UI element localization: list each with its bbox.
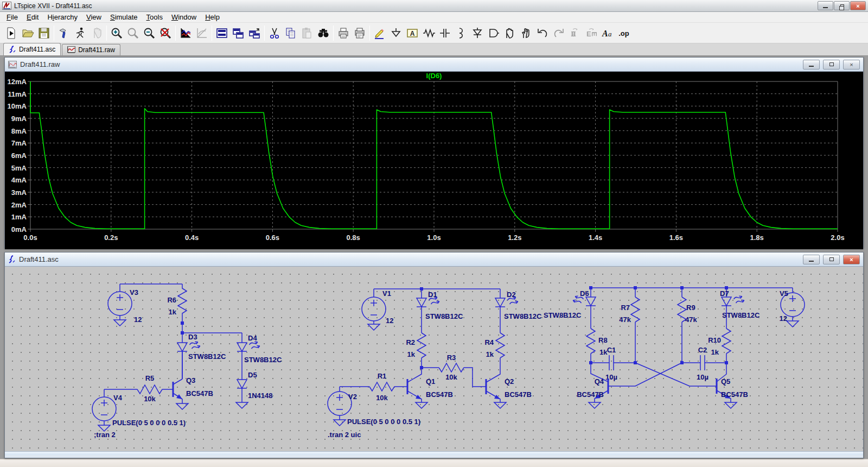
x-tick-label: 0.8s [347, 234, 360, 242]
voltage-source-V3[interactable] [108, 292, 132, 315]
net-label-button[interactable]: A [404, 25, 420, 41]
diode-D1[interactable] [417, 298, 426, 307]
schematic-window-titlebar[interactable]: Draft411.asc × [5, 253, 863, 267]
maximize-icon [829, 257, 834, 261]
diode-button[interactable] [469, 25, 486, 41]
schematic-canvas-area[interactable]: V3 12 R6 1k D3 STW8B12C [5, 267, 863, 451]
close-icon: × [856, 3, 859, 9]
move-button[interactable] [502, 25, 518, 41]
capacitor-C1[interactable] [609, 355, 614, 370]
drag-icon [520, 27, 533, 40]
x-tick-label: 1.6s [669, 234, 683, 242]
sch-minimize-button[interactable] [803, 255, 820, 264]
save-button[interactable] [36, 25, 52, 41]
drag-button[interactable] [518, 25, 534, 41]
tile-vertical-button[interactable] [230, 25, 246, 41]
zoom-out-button[interactable] [141, 25, 157, 41]
tab-draft411-asc[interactable]: Draft411.asc [3, 43, 61, 55]
component-button[interactable] [486, 25, 502, 41]
resistor-R7[interactable] [631, 297, 640, 322]
run-button[interactable] [72, 25, 88, 41]
cut-button[interactable] [266, 25, 283, 41]
resistor-R6[interactable] [178, 284, 187, 323]
wave-close-button[interactable]: × [843, 60, 860, 70]
value-C1: 10µ [605, 373, 617, 381]
tab-label: Draft411.raw [78, 46, 115, 54]
voltage-source-V4[interactable] [92, 397, 116, 421]
sch-close-button[interactable]: × [843, 255, 860, 264]
schematic-canvas[interactable]: V3 12 R6 1k D3 STW8B12C [5, 267, 862, 450]
tile-horizontal-button[interactable] [214, 25, 230, 41]
ground-symbol [494, 402, 506, 408]
zoom-full-extents-button[interactable] [157, 25, 174, 41]
spice-directive-button[interactable]: .op [616, 25, 632, 41]
wave-maximize-button[interactable] [823, 60, 840, 70]
print-button[interactable] [335, 25, 352, 41]
open-file-button[interactable] [20, 25, 36, 41]
value-D5: 1N4148 [248, 392, 273, 400]
value-V2: PULSE(0 5 0 0 0 0.5 1) [347, 418, 420, 426]
menu-item-help[interactable]: Help [201, 12, 224, 22]
menu-item-window[interactable]: Window [167, 12, 201, 22]
cascade-windows-button[interactable] [246, 25, 263, 41]
close-button[interactable]: × [850, 1, 866, 10]
resistor-R3[interactable] [439, 363, 464, 372]
zoom-in-button[interactable] [108, 25, 125, 41]
ground-symbol [334, 420, 346, 426]
undo-button[interactable] [534, 25, 551, 41]
ground-button[interactable] [388, 25, 404, 41]
copy-button[interactable] [283, 25, 299, 41]
voltage-source-V1[interactable] [362, 297, 386, 321]
tab-draft411-raw[interactable]: Draft411.raw [62, 44, 120, 55]
diode-D7[interactable] [722, 297, 731, 306]
capacitor-C2[interactable] [700, 355, 705, 370]
sch-maximize-button[interactable] [823, 255, 840, 264]
find-button[interactable] [315, 25, 331, 41]
inductor-button[interactable] [453, 25, 469, 41]
text-button[interactable]: Aa [599, 25, 616, 41]
x-tick-label: 0.2s [104, 234, 118, 242]
resistor-R4[interactable] [496, 333, 505, 358]
menu-item-edit[interactable]: Edit [22, 12, 43, 22]
resistor-R8[interactable] [586, 329, 595, 354]
wire-button[interactable] [372, 25, 388, 41]
toolbar-separator [106, 26, 107, 41]
control-panel-button[interactable] [56, 25, 72, 41]
restore-button[interactable] [834, 1, 850, 10]
wave-minimize-button[interactable] [803, 60, 820, 70]
menu-item-hierarchy[interactable]: Hierarchy [43, 12, 82, 22]
diode-D5[interactable] [237, 380, 247, 388]
resistor-R5[interactable] [137, 385, 162, 394]
waveform-window-titlebar[interactable]: Draft411.raw × [5, 58, 863, 72]
label-Q5: Q5 [721, 377, 730, 386]
paste-icon [301, 27, 314, 40]
zoom-full-extents-icon [159, 27, 172, 40]
label-R5: R5 [145, 374, 155, 382]
y-tick-label: 0mA [11, 225, 27, 234]
trace-title: I(D6) [426, 72, 442, 80]
print-preview-button[interactable] [352, 25, 368, 41]
waveform-plot-area[interactable]: 0mA1mA2mA3mA4mA5mA6mA7mA8mA9mA10mA11mA12… [5, 72, 863, 249]
new-schematic-button[interactable] [3, 25, 20, 41]
label-D3: D3 [188, 333, 197, 341]
autorange-y-axis-button[interactable] [177, 25, 194, 41]
diode-D2[interactable] [495, 298, 505, 307]
menu-item-tools[interactable]: Tools [142, 12, 167, 22]
resistor-R10[interactable] [722, 329, 731, 354]
menu-item-simulate[interactable]: Simulate [106, 12, 142, 22]
diode-D6[interactable] [586, 297, 596, 306]
menu-item-view[interactable]: View [82, 12, 106, 22]
halt-button [88, 25, 105, 41]
diode-D3[interactable] [177, 343, 187, 351]
rotate-icon: EE [585, 27, 598, 40]
open-file-icon [21, 27, 34, 40]
capacitor-button[interactable] [437, 25, 453, 41]
diode-D4[interactable] [237, 343, 247, 351]
minimize-button[interactable] [818, 1, 833, 10]
resistor-R1[interactable] [369, 382, 394, 391]
label-V2: V2 [348, 393, 357, 401]
waveform-plot[interactable]: 0mA1mA2mA3mA4mA5mA6mA7mA8mA9mA10mA11mA12… [5, 72, 862, 248]
resistor-R2[interactable] [417, 333, 426, 358]
menu-item-file[interactable]: File [2, 12, 22, 22]
resistor-button[interactable] [420, 25, 437, 41]
